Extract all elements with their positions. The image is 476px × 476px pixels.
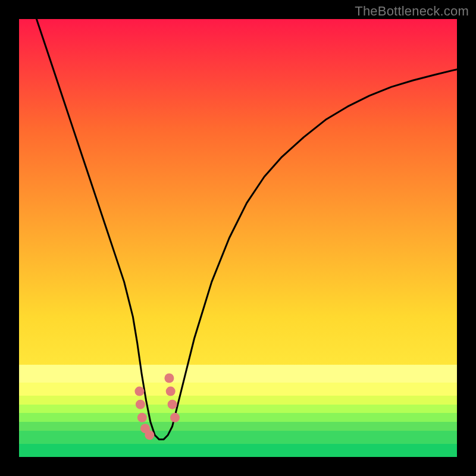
dotted-point	[136, 400, 145, 409]
dotted-point	[137, 413, 147, 422]
chart-frame: TheBottleneck.com	[0, 0, 476, 476]
dotted-point	[145, 430, 154, 440]
plot-area	[19, 19, 457, 457]
gradient-background	[19, 19, 457, 457]
dotted-point	[168, 400, 177, 409]
dotted-point	[166, 387, 176, 396]
dotted-point	[164, 374, 174, 383]
dotted-point	[134, 387, 144, 396]
watermark-text: TheBottleneck.com	[355, 4, 469, 19]
dotted-point	[170, 413, 180, 422]
chart-svg	[19, 19, 457, 457]
